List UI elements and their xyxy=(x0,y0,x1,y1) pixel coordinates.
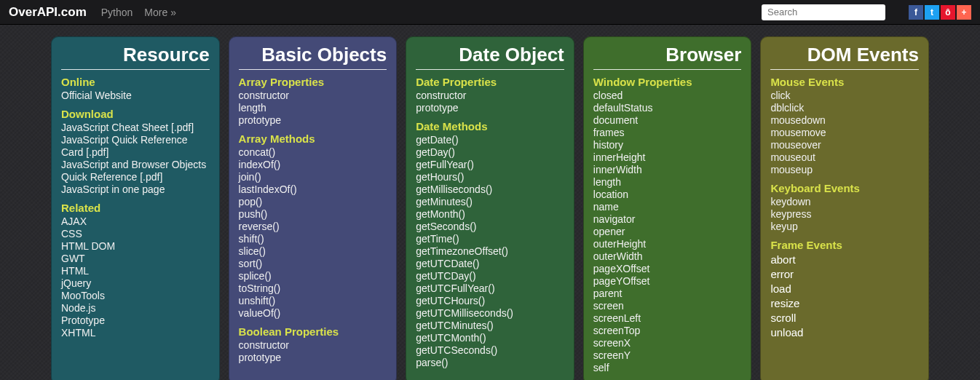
list-item[interactable]: unload xyxy=(770,325,919,340)
list-item[interactable]: screenTop xyxy=(593,325,742,337)
list-item[interactable]: jQuery xyxy=(61,277,210,290)
list-item[interactable]: mouseover xyxy=(770,139,919,151)
list-item[interactable]: getFullYear() xyxy=(416,159,564,171)
list-item[interactable]: error xyxy=(770,267,919,282)
list-item[interactable]: lastIndexOf() xyxy=(239,183,387,196)
list-item[interactable]: JavaScript in one page xyxy=(61,183,210,196)
list-item[interactable]: getMonth() xyxy=(416,208,564,221)
list-item[interactable]: HTML DOM xyxy=(61,240,210,253)
list-item[interactable]: keypress xyxy=(770,208,919,221)
list-item[interactable]: mousedown xyxy=(770,114,919,127)
list-item[interactable]: resize xyxy=(770,296,919,311)
list-item[interactable]: defaultStatus xyxy=(593,102,742,114)
list-item[interactable]: history xyxy=(593,139,742,151)
list-item[interactable]: CSS xyxy=(61,228,210,240)
list-item[interactable]: getHours() xyxy=(416,171,564,183)
list-item[interactable]: outerWidth xyxy=(593,250,742,263)
list-item[interactable]: pageYOffset xyxy=(593,275,742,288)
list-item[interactable]: Prototype xyxy=(61,314,210,327)
list-item[interactable]: dblclick xyxy=(770,102,919,114)
list-item[interactable]: frames xyxy=(593,127,742,139)
list-item[interactable]: JavaScript Quick Reference Card [.pdf] xyxy=(61,134,210,159)
list-item[interactable]: constructor xyxy=(239,90,387,102)
list-item[interactable]: sort() xyxy=(239,258,387,270)
list-item[interactable]: length xyxy=(239,102,387,114)
list-item[interactable]: indexOf() xyxy=(239,159,387,171)
list-item[interactable]: XHTML xyxy=(61,327,210,339)
list-item[interactable]: getUTCSeconds() xyxy=(416,344,564,357)
list-item[interactable]: load xyxy=(770,282,919,296)
list-item[interactable]: push() xyxy=(239,208,387,221)
list-item[interactable]: valueOf() xyxy=(239,307,387,320)
list-item[interactable]: shift() xyxy=(239,233,387,245)
list-item[interactable]: JavaScript Cheat Sheet [.pdf] xyxy=(61,122,210,134)
list-item[interactable]: slice() xyxy=(239,245,387,258)
list-item[interactable]: innerHeight xyxy=(593,151,742,164)
list-item[interactable]: pageXOffset xyxy=(593,263,742,275)
list-item[interactable]: join() xyxy=(239,171,387,183)
list-item[interactable]: getUTCDate() xyxy=(416,258,564,270)
list-item[interactable]: navigator xyxy=(593,213,742,226)
list-item[interactable]: getTime() xyxy=(416,233,564,245)
list-item[interactable]: parse() xyxy=(416,357,564,369)
list-item[interactable]: splice() xyxy=(239,270,387,282)
list-item[interactable]: getUTCMilliseconds() xyxy=(416,307,564,320)
list-item[interactable]: getDate() xyxy=(416,134,564,146)
list-item[interactable]: self xyxy=(593,362,742,374)
list-item[interactable]: constructor xyxy=(239,339,387,352)
list-item[interactable]: MooTools xyxy=(61,290,210,302)
list-item[interactable]: Node.js xyxy=(61,302,210,314)
list-item[interactable]: getDay() xyxy=(416,146,564,159)
list-item[interactable]: name xyxy=(593,201,742,213)
nav-link-1[interactable]: More » xyxy=(144,7,176,18)
list-item[interactable]: constructor xyxy=(416,90,564,102)
list-item[interactable]: innerWidth xyxy=(593,164,742,176)
list-item[interactable]: parent xyxy=(593,288,742,300)
list-item[interactable]: getMilliseconds() xyxy=(416,183,564,196)
list-item[interactable]: getTimezoneOffset() xyxy=(416,245,564,258)
list-item[interactable]: getUTCHours() xyxy=(416,295,564,307)
list-item[interactable]: closed xyxy=(593,90,742,102)
facebook-icon[interactable]: f xyxy=(909,5,923,20)
list-item[interactable]: JavaScript and Browser Objects Quick Ref… xyxy=(61,159,210,183)
list-item[interactable]: getUTCDay() xyxy=(416,270,564,282)
nav-link-0[interactable]: Python xyxy=(101,7,133,18)
list-item[interactable]: getSeconds() xyxy=(416,221,564,233)
list-item[interactable]: location xyxy=(593,189,742,201)
list-item[interactable]: screenLeft xyxy=(593,312,742,325)
list-item[interactable]: Official Website xyxy=(61,90,210,102)
list-item[interactable]: abort xyxy=(770,253,919,267)
list-item[interactable]: AJAX xyxy=(61,215,210,228)
list-item[interactable]: length xyxy=(593,176,742,189)
list-item[interactable]: unshift() xyxy=(239,295,387,307)
list-item[interactable]: concat() xyxy=(239,146,387,159)
list-item[interactable]: getMinutes() xyxy=(416,196,564,208)
search-input[interactable] xyxy=(762,4,885,20)
list-item[interactable]: mouseout xyxy=(770,151,919,164)
list-item[interactable]: mousemove xyxy=(770,127,919,139)
list-item[interactable]: screenX xyxy=(593,337,742,349)
list-item[interactable]: prototype xyxy=(416,102,564,114)
list-item[interactable]: document xyxy=(593,114,742,127)
list-item[interactable]: getUTCFullYear() xyxy=(416,282,564,295)
list-item[interactable]: pop() xyxy=(239,196,387,208)
list-item[interactable]: click xyxy=(770,90,919,102)
list-item[interactable]: screen xyxy=(593,300,742,312)
list-item[interactable]: screenY xyxy=(593,349,742,362)
list-item[interactable]: prototype xyxy=(239,114,387,127)
list-item[interactable]: prototype xyxy=(239,352,387,364)
twitter-icon[interactable]: t xyxy=(925,5,939,20)
list-item[interactable]: keydown xyxy=(770,196,919,208)
weibo-icon[interactable]: ô xyxy=(941,5,955,20)
share-icon[interactable]: + xyxy=(957,5,971,20)
list-item[interactable]: keyup xyxy=(770,221,919,233)
list-item[interactable]: mouseup xyxy=(770,164,919,176)
brand[interactable]: OverAPI.com xyxy=(9,5,87,20)
list-item[interactable]: GWT xyxy=(61,253,210,265)
list-item[interactable]: scroll xyxy=(770,311,919,325)
list-item[interactable]: outerHeight xyxy=(593,238,742,250)
list-item[interactable]: getUTCMinutes() xyxy=(416,320,564,332)
list-item[interactable]: getUTCMonth() xyxy=(416,332,564,344)
list-item[interactable]: reverse() xyxy=(239,221,387,233)
list-item[interactable]: toString() xyxy=(239,282,387,295)
